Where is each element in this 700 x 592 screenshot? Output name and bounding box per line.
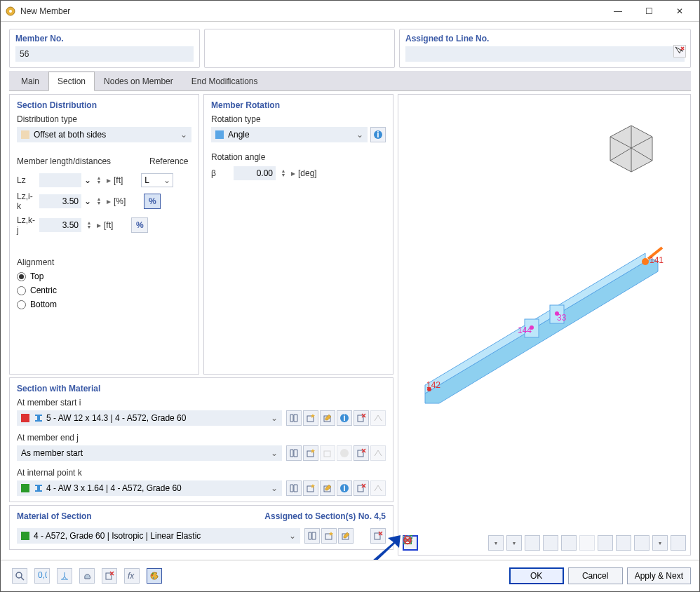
library-button[interactable] [286, 445, 302, 461]
rotation-type-label: Rotation type [211, 114, 386, 124]
view-section-red-button[interactable] [561, 535, 577, 551]
lz-input[interactable] [39, 173, 81, 187]
header-spacer-panel [204, 29, 395, 68]
delete-button[interactable] [354, 410, 369, 426]
edit-button[interactable] [320, 410, 335, 426]
assigned-line-input[interactable] [405, 46, 685, 62]
material-dropdown[interactable]: 4 - A572, Grade 60 | Isotropic | Linear … [17, 528, 300, 544]
minimize-button[interactable]: — [603, 1, 633, 21]
book-icon [289, 448, 299, 458]
svg-point-59 [153, 577, 154, 579]
lzik-spinner[interactable]: ▲▼ [94, 197, 104, 206]
beta-spinner[interactable]: ▲▼ [278, 169, 288, 177]
cancel-button[interactable]: Cancel [568, 567, 623, 584]
pick-line-button[interactable] [673, 45, 686, 58]
maximize-button[interactable]: ☐ [633, 1, 664, 21]
footer: 0,00 fx OK Cancel Apply & Next [1, 560, 699, 591]
align-top-row[interactable]: Top [17, 271, 191, 281]
i-section-icon [34, 483, 43, 493]
member-preview: 141 144 33 142 [398, 95, 690, 530]
lzkj-unit: [ft] [104, 220, 113, 230]
units-button[interactable]: 0,00 [34, 568, 50, 584]
chevron-down-icon: ⌄ [271, 413, 278, 423]
lz-ref-dropdown[interactable]: L⌄ [141, 173, 173, 187]
arrow-right-icon[interactable]: ▸ [97, 220, 101, 230]
view-list-button[interactable] [634, 535, 649, 551]
assigned-line-label: Assigned to Line No. [405, 34, 685, 43]
delete-button[interactable] [354, 480, 369, 496]
new-button[interactable] [303, 480, 318, 496]
align-top-radio[interactable] [17, 272, 26, 281]
align-centric-row[interactable]: Centric [17, 285, 191, 295]
preview-panel[interactable]: 141 144 33 142 ▾ 100▾ 123 ▾ [398, 94, 691, 556]
print-button[interactable]: ▾ [652, 535, 668, 551]
rotation-type-dropdown[interactable]: Angle ⌄ [211, 127, 368, 142]
new-button[interactable] [321, 528, 337, 544]
view-dots-button[interactable]: ▾ [488, 535, 504, 551]
lzkj-input[interactable] [39, 218, 81, 232]
internal-point-dropdown[interactable]: 4 - AW 3 x 1.64 | 4 - A572, Grade 60 ⌄ [17, 480, 282, 496]
dist-type-dropdown[interactable]: Offset at both sides ⌄ [17, 127, 191, 142]
member-end-dropdown[interactable]: As member start ⌄ [17, 445, 282, 461]
cursor-x-icon [675, 46, 685, 56]
view-scale-button[interactable]: 100▾ [506, 535, 522, 551]
chevron-down-icon[interactable]: ⌄ [84, 196, 91, 206]
start-swatch-icon [21, 414, 29, 422]
close-button[interactable]: ✕ [664, 1, 695, 21]
lzkj-spinner[interactable]: ▲▼ [84, 221, 94, 229]
lzik-input[interactable] [39, 194, 81, 208]
align-centric-radio[interactable] [17, 286, 26, 295]
arrow-right-icon[interactable]: ▸ [107, 175, 111, 185]
arrow-right-icon[interactable]: ▸ [291, 168, 295, 178]
lz-spinner[interactable]: ▲▼ [94, 176, 104, 184]
view-side-button[interactable] [543, 535, 558, 551]
member-start-dropdown[interactable]: 5 - AW 12 x 14.3 | 4 - A572, Grade 60 ⌄ [17, 410, 282, 426]
info-icon: i [339, 483, 349, 493]
edit-button[interactable] [320, 480, 335, 496]
new-button[interactable] [303, 445, 318, 461]
align-bottom-row[interactable]: Bottom [17, 300, 191, 309]
reset-button[interactable] [671, 535, 686, 551]
lzkj-symbol: Lz,k-j [17, 215, 36, 235]
node-144-label: 144 [518, 325, 532, 335]
info-button[interactable]: i [337, 480, 352, 496]
member-no-input[interactable] [15, 46, 194, 62]
beta-input[interactable] [234, 166, 276, 180]
new-button[interactable] [303, 410, 318, 426]
lzik-pct-button[interactable]: % [144, 194, 161, 209]
library-button[interactable] [286, 480, 302, 496]
tab-main[interactable]: Main [12, 72, 48, 91]
arrow-right-icon[interactable]: ▸ [107, 196, 111, 206]
tab-nodes[interactable]: Nodes on Member [95, 72, 182, 91]
delete-button[interactable] [354, 445, 369, 461]
tab-section[interactable]: Section [48, 72, 95, 91]
section-with-material-panel: Section with Material At member start i … [9, 377, 393, 502]
member-no-label: Member No. [15, 34, 194, 43]
view-axo-button[interactable] [525, 535, 540, 551]
svg-text:i: i [377, 130, 379, 140]
fx-button[interactable]: fx [124, 568, 140, 584]
rotation-type-value: Angle [228, 130, 250, 140]
view-numbers-button[interactable]: 123 [598, 535, 613, 551]
apply-next-button[interactable]: Apply & Next [627, 567, 691, 584]
decimal-icon: 0,00 [37, 571, 47, 581]
library-button[interactable] [286, 410, 302, 426]
edit-button[interactable] [338, 528, 354, 544]
svg-point-32 [642, 258, 649, 265]
member-len-label: Member length/distances [17, 156, 149, 166]
support-button[interactable] [57, 568, 72, 584]
align-bottom-radio[interactable] [17, 300, 26, 309]
rotation-info-button[interactable]: i [370, 127, 386, 142]
lzkj-pct-button[interactable]: % [131, 217, 148, 233]
library-button[interactable] [304, 528, 320, 544]
clear-button[interactable] [102, 568, 117, 584]
tab-end-mod[interactable]: End Modifications [182, 72, 267, 91]
cloud-button[interactable] [79, 568, 95, 584]
info-button[interactable]: i [337, 410, 352, 426]
preview-toolbar: ▾ 100▾ 123 ▾ [403, 535, 686, 551]
ok-button[interactable]: OK [509, 567, 564, 584]
chevron-down-icon[interactable]: ⌄ [84, 175, 91, 185]
palette-button[interactable] [147, 568, 162, 584]
view-grid-button[interactable] [616, 535, 631, 551]
help-button[interactable] [12, 568, 27, 584]
